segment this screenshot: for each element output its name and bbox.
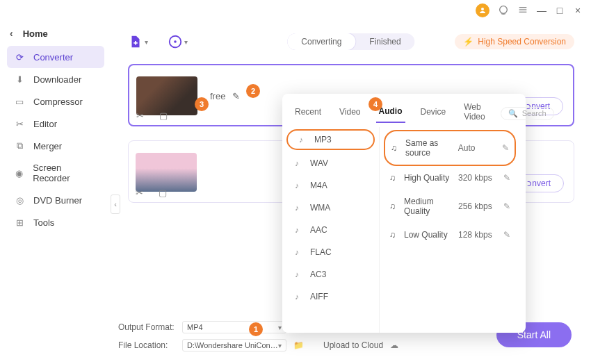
- folder-icon[interactable]: 📁: [293, 340, 304, 350]
- sidebar-item-editor[interactable]: ✂Editor: [7, 113, 104, 135]
- chevron-down-icon: ▾: [278, 324, 282, 331]
- format-item-wma[interactable]: ♪WMA: [282, 197, 379, 219]
- tab-finished[interactable]: Finished: [355, 33, 414, 50]
- cloud-icon[interactable]: ☁: [390, 340, 398, 350]
- audio-format-icon: ♪: [291, 203, 303, 213]
- panel-tab-webvideo[interactable]: Web Video: [461, 99, 487, 127]
- cut-icon[interactable]: ✂: [136, 110, 144, 121]
- chevron-down-icon: ▾: [278, 342, 282, 349]
- audio-format-icon: ♪: [291, 225, 303, 235]
- sidebar-item-merger[interactable]: ⧉Merger: [7, 135, 104, 157]
- sidebar-home[interactable]: ‹ Home: [7, 25, 104, 46]
- output-format-label: Output Format:: [118, 322, 175, 332]
- output-format-select[interactable]: MP4▾: [182, 321, 286, 333]
- format-item-flac[interactable]: ♪FLAC: [282, 241, 379, 263]
- audio-format-icon: ♪: [295, 135, 307, 144]
- menu-icon[interactable]: [517, 4, 528, 17]
- audio-format-icon: ♪: [291, 247, 303, 257]
- tools-icon: ⊞: [14, 217, 25, 228]
- edit-quality-icon[interactable]: ✎: [503, 230, 510, 240]
- music-icon: ♫: [389, 201, 396, 211]
- music-icon: ♫: [391, 143, 397, 153]
- sidebar: ‹ Home ⟳Converter ⬇Downloader ▭Compresso…: [0, 21, 111, 364]
- format-item-m4a[interactable]: ♪M4A: [282, 174, 379, 197]
- back-icon[interactable]: ‹: [10, 28, 13, 39]
- panel-search-input[interactable]: 🔍 Search: [501, 107, 554, 120]
- sidebar-item-compressor[interactable]: ▭Compressor: [7, 90, 104, 113]
- audio-format-icon: ♪: [291, 158, 303, 168]
- sidebar-item-downloader[interactable]: ⬇Downloader: [7, 68, 104, 90]
- titlebar: — □ ×: [0, 0, 591, 21]
- support-icon[interactable]: [498, 4, 509, 17]
- user-avatar[interactable]: [476, 3, 489, 17]
- quality-item-source[interactable]: ♫ Same as source Auto ✎: [384, 130, 516, 166]
- crop-icon[interactable]: ▢: [159, 188, 167, 198]
- audio-format-icon: ♪: [291, 181, 303, 190]
- quality-item-low[interactable]: ♫ Low Quality 128 kbps ✎: [384, 223, 516, 247]
- edit-title-icon[interactable]: ✎: [232, 91, 240, 101]
- format-item-ac3[interactable]: ♪AC3: [282, 263, 379, 286]
- audio-format-icon: ♪: [291, 292, 303, 301]
- home-label: Home: [23, 28, 48, 39]
- editor-icon: ✂: [14, 118, 25, 129]
- edit-quality-icon[interactable]: ✎: [503, 201, 510, 211]
- svg-point-1: [500, 6, 508, 13]
- cut-icon[interactable]: ✂: [136, 188, 143, 198]
- callout-badge-2: 2: [246, 84, 260, 98]
- callout-badge-1: 1: [249, 322, 263, 336]
- format-panel: Recent Video Audio Device Web Video 🔍 Se…: [282, 94, 526, 333]
- format-list: ♪MP3 ♪WAV ♪M4A ♪WMA ♪AAC ♪FLAC ♪AC3 ♪AIF…: [282, 127, 380, 333]
- file-location-select[interactable]: D:\Wondershare UniConverter 1▾: [182, 339, 286, 351]
- svg-point-0: [481, 8, 484, 10]
- minimize-button[interactable]: —: [537, 6, 547, 15]
- upload-cloud-label: Upload to Cloud: [323, 340, 383, 350]
- compressor-icon: ▭: [14, 96, 25, 107]
- panel-tab-recent[interactable]: Recent: [292, 104, 324, 122]
- top-toolbar: ▾ ▾ Converting Finished ⚡ High Speed Con…: [128, 28, 574, 56]
- svg-point-6: [174, 40, 177, 43]
- video-thumbnail: [136, 76, 197, 115]
- callout-badge-3: 3: [195, 97, 209, 111]
- merger-icon: ⧉: [14, 140, 25, 151]
- panel-tab-device[interactable]: Device: [418, 104, 449, 122]
- converter-icon: ⟳: [14, 51, 25, 63]
- main-area: ‹ ▾ ▾ Converting Finished ⚡ High Speed C…: [111, 21, 591, 364]
- file-location-label: File Location:: [118, 340, 175, 350]
- search-icon: 🔍: [508, 109, 518, 118]
- load-dvd-button[interactable]: ▾: [168, 34, 188, 49]
- dvd-icon: ◎: [14, 195, 25, 206]
- panel-tab-video[interactable]: Video: [337, 104, 363, 122]
- music-icon: ♫: [389, 230, 396, 240]
- quality-list: ♫ Same as source Auto ✎ ♫ High Quality 3…: [380, 127, 526, 333]
- sidebar-item-converter[interactable]: ⟳Converter: [7, 46, 104, 68]
- edit-quality-icon[interactable]: ✎: [503, 173, 510, 183]
- audio-format-icon: ♪: [291, 270, 303, 279]
- sidebar-item-screenrecorder[interactable]: ◉Screen Recorder: [7, 157, 104, 189]
- downloader-icon: ⬇: [14, 74, 25, 85]
- sidebar-collapse-handle[interactable]: ‹: [111, 195, 120, 214]
- video-thumbnail: [136, 153, 197, 192]
- bolt-icon: ⚡: [463, 37, 473, 47]
- tab-converting[interactable]: Converting: [287, 33, 355, 50]
- sidebar-item-dvdburner[interactable]: ◎DVD Burner: [7, 189, 104, 211]
- crop-icon[interactable]: ▢: [159, 110, 168, 121]
- edit-quality-icon[interactable]: ✎: [502, 143, 509, 153]
- format-item-aiff[interactable]: ♪AIFF: [282, 286, 379, 308]
- card-title: free ✎: [210, 91, 240, 101]
- music-icon: ♫: [389, 173, 396, 183]
- recorder-icon: ◉: [14, 167, 24, 179]
- maximize-button[interactable]: □: [555, 6, 565, 15]
- sidebar-item-tools[interactable]: ⊞Tools: [7, 211, 104, 233]
- high-speed-badge[interactable]: ⚡ High Speed Conversion: [455, 34, 574, 49]
- callout-badge-4: 4: [369, 97, 382, 111]
- add-file-button[interactable]: ▾: [128, 34, 148, 49]
- format-item-mp3[interactable]: ♪MP3: [286, 129, 375, 150]
- status-segment: Converting Finished: [287, 33, 414, 50]
- format-item-aac[interactable]: ♪AAC: [282, 219, 379, 241]
- close-button[interactable]: ×: [573, 6, 583, 15]
- quality-item-high[interactable]: ♫ High Quality 320 kbps ✎: [384, 166, 516, 190]
- format-item-wav[interactable]: ♪WAV: [282, 152, 379, 174]
- quality-item-medium[interactable]: ♫ Medium Quality 256 kbps ✎: [384, 190, 516, 223]
